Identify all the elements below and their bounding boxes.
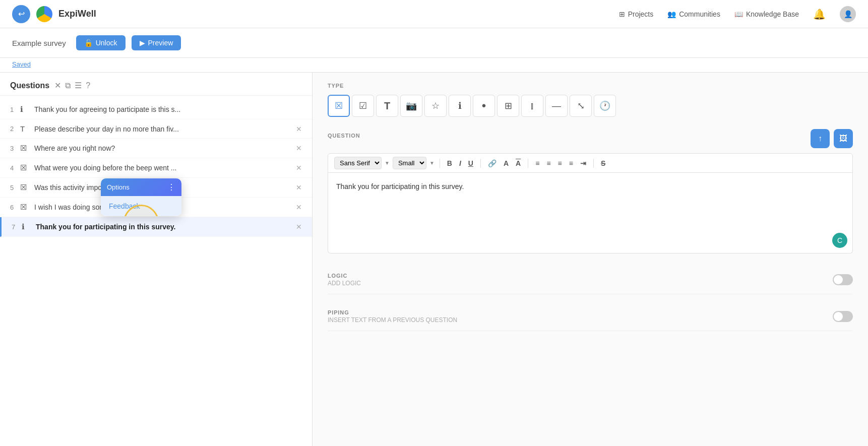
unlock-button[interactable]: 🔓 Unlock [76, 35, 126, 50]
remove-question-icon[interactable]: ✕ [296, 183, 302, 192]
logic-section: LOGIC ADD LOGIC [328, 266, 853, 294]
bold-button[interactable]: B [445, 158, 454, 168]
piping-label-group: PIPING INSERT TEXT FROM A PREVIOUS QUEST… [328, 309, 457, 324]
question-type-choice-icon: ☒ [20, 144, 31, 153]
question-number: 3 [10, 145, 20, 152]
popup-feedback-item[interactable]: Feedback [101, 196, 181, 216]
question-editor-header: QUESTION ↑ 🖼 [328, 129, 853, 148]
toolbar-separator [480, 159, 481, 168]
question-section-label: QUESTION [328, 133, 360, 139]
piping-toggle[interactable] [833, 311, 853, 322]
nav-projects[interactable]: ⊞ Projects [619, 10, 654, 18]
question-item[interactable]: 3 ☒ Where are you right now? ✕ [0, 139, 312, 158]
remove-question-icon[interactable]: ✕ [296, 203, 302, 211]
back-icon[interactable]: ↩ [12, 5, 30, 23]
remove-question-icon[interactable]: ✕ [296, 144, 302, 152]
user-avatar[interactable]: 👤 [840, 6, 856, 22]
nav-knowledge-base-label: Knowledge Base [746, 10, 799, 18]
saved-text[interactable]: Saved [12, 60, 31, 68]
remove-question-icon[interactable]: ✕ [296, 125, 302, 133]
nav-knowledge-base[interactable]: 📖 Knowledge Base [734, 10, 799, 18]
question-text: Thank you for agreeing to participate is… [34, 105, 302, 113]
type-table-button[interactable]: ⊞ [497, 95, 519, 117]
navbar-left: ↩ ExpiWell [12, 5, 96, 23]
left-panel: Questions ✕ ⧉ ☰ ? 1 ℹ Thank you for agre… [0, 73, 313, 446]
type-info-button[interactable]: ℹ [449, 95, 471, 117]
type-clock-button[interactable]: 🕐 [594, 95, 616, 117]
indent-button[interactable]: ⇥ [578, 158, 588, 168]
nav-communities[interactable]: 👥 Communities [667, 10, 720, 18]
question-number: 4 [10, 164, 20, 172]
preview-icon: ▶ [140, 39, 145, 47]
copy-icon[interactable]: ⧉ [65, 81, 71, 90]
options-popup: Options ⋮ Feedback [101, 178, 181, 216]
question-type-info-icon: ℹ [22, 222, 33, 231]
remove-question-icon[interactable]: ✕ [296, 164, 302, 172]
saved-bar: Saved [0, 58, 868, 73]
type-checkbox-button[interactable]: ☑ [352, 95, 374, 117]
list-icon[interactable]: ☰ [75, 81, 82, 90]
preview-button[interactable]: ▶ Preview [132, 35, 181, 50]
question-text: What were you doing before the beep went… [34, 164, 292, 172]
insert-text-label: INSERT TEXT FROM A PREVIOUS QUESTION [328, 316, 457, 324]
type-choice-button[interactable]: ☒ [328, 95, 350, 117]
align-left-button[interactable]: ≡ [533, 158, 541, 168]
unlock-label: Unlock [96, 39, 117, 47]
image-button[interactable]: 🖼 [834, 129, 853, 148]
main-content: Questions ✕ ⧉ ☰ ? 1 ℹ Thank you for agre… [0, 73, 868, 446]
type-photo-button[interactable]: 📷 [400, 95, 422, 117]
knowledge-base-icon: 📖 [734, 10, 743, 18]
survey-title: Example survey [12, 39, 66, 47]
toolbar-separator [440, 159, 440, 168]
type-dash-button[interactable]: — [545, 95, 568, 117]
font-color-button[interactable]: A [502, 158, 511, 168]
italic-button[interactable]: I [457, 158, 463, 168]
justify-button[interactable]: ≡ [567, 158, 575, 168]
editor-toolbar: Sans Serif ▼ Small ▼ B I U 🔗 A A [328, 153, 853, 173]
help-icon[interactable]: ? [86, 81, 90, 90]
font-size-select[interactable]: Small [393, 157, 426, 169]
logic-toggle[interactable] [833, 274, 853, 285]
notifications-bell-icon[interactable]: 🔔 [813, 8, 826, 20]
type-vbar-button[interactable]: ⫿ [521, 95, 543, 117]
page-container: Example survey 🔓 Unlock ▶ Preview Saved … [0, 28, 868, 446]
editor-content[interactable]: Thank you for participating in this surv… [328, 173, 853, 253]
navbar: ↩ ExpiWell ⊞ Projects 👥 Communities 📖 Kn… [0, 0, 868, 28]
font-family-select[interactable]: Sans Serif [334, 157, 382, 169]
question-text: Please describe your day in no more than… [34, 125, 292, 133]
type-star-button[interactable]: ☆ [424, 95, 447, 117]
question-item[interactable]: 4 ☒ What were you doing before the beep … [0, 158, 312, 178]
align-right-button[interactable]: ≡ [556, 158, 564, 168]
question-number: 1 [10, 106, 20, 113]
questions-header: Questions ✕ ⧉ ☰ ? [0, 73, 312, 96]
question-text: Where are you right now? [34, 144, 292, 152]
nav-projects-label: Projects [628, 10, 654, 18]
type-text-button[interactable]: T [376, 95, 398, 117]
popup-more-icon[interactable]: ⋮ [167, 182, 175, 192]
right-panel: TYPE ☒ ☑ T 📷 ☆ ℹ • ⊞ ⫿ — ⤡ 🕐 [313, 73, 868, 446]
user-avatar-editor: C [832, 233, 847, 248]
settings-icon[interactable]: ✕ [54, 81, 61, 90]
editor-action-buttons: ↑ 🖼 [811, 129, 853, 148]
align-center-button[interactable]: ≡ [544, 158, 552, 168]
type-dot-button[interactable]: • [473, 95, 495, 117]
question-item-active[interactable]: 7 ℹ Thank you for participating in this … [0, 217, 312, 237]
logic-section-label: LOGIC [328, 273, 361, 279]
logic-row: LOGIC ADD LOGIC [328, 266, 853, 294]
question-item[interactable]: 2 T Please describe your day in no more … [0, 119, 312, 139]
upload-button[interactable]: ↑ [811, 129, 830, 148]
question-number: 2 [10, 125, 20, 133]
question-item[interactable]: 1 ℹ Thank you for agreeing to participat… [0, 100, 312, 119]
highlight-button[interactable]: A [514, 158, 523, 168]
question-text: Thank you for participating in this surv… [36, 223, 292, 231]
font-size-chevron-icon: ▼ [429, 160, 435, 166]
remove-question-icon[interactable]: ✕ [296, 223, 302, 231]
link-button[interactable]: 🔗 [486, 158, 499, 168]
nav-communities-label: Communities [679, 10, 720, 18]
strikethrough-button[interactable]: S [599, 158, 607, 168]
piping-section-label: PIPING [328, 309, 457, 315]
font-family-chevron-icon: ▼ [385, 160, 390, 166]
underline-button[interactable]: U [466, 158, 475, 168]
type-resize-button[interactable]: ⤡ [570, 95, 592, 117]
unlock-icon: 🔓 [84, 39, 93, 47]
